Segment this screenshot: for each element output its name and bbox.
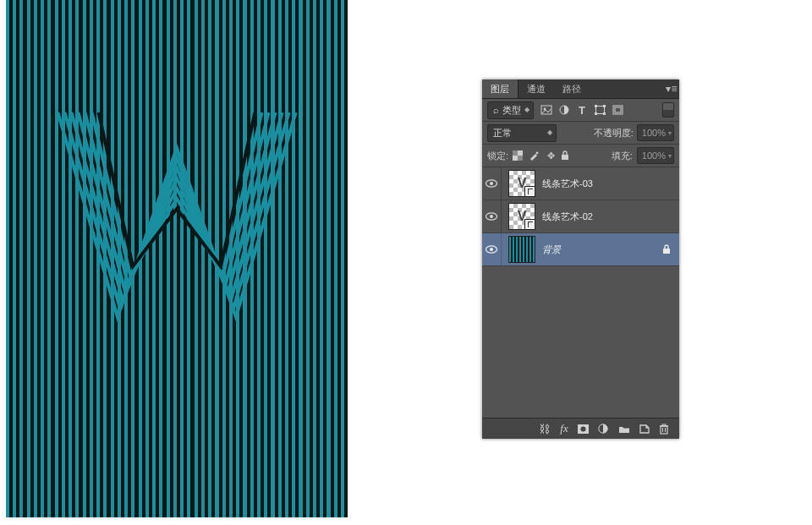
svg-point-18 — [490, 215, 493, 218]
visibility-toggle[interactable] — [482, 200, 502, 232]
fill-label: 填充: — [612, 150, 633, 162]
layer-row[interactable]: 背景 — [482, 233, 679, 266]
filter-type-text-icon[interactable]: T — [574, 103, 590, 117]
svg-point-20 — [490, 248, 493, 251]
filter-adjust-icon[interactable] — [557, 103, 572, 117]
new-layer-icon[interactable] — [639, 424, 652, 434]
layer-filter-row: ⌕ 类型 ◆ T — [482, 99, 679, 122]
tab-channels[interactable]: 通道 — [518, 79, 554, 98]
lock-icon-group: ✥ — [513, 150, 573, 161]
filter-toggle-switch[interactable] — [662, 102, 674, 118]
search-icon: ⌕ — [493, 105, 499, 115]
chevron-down-icon: ◆ — [547, 129, 552, 136]
svg-rect-7 — [603, 112, 606, 115]
tab-paths[interactable]: 路径 — [554, 79, 590, 98]
delete-layer-icon[interactable] — [659, 424, 672, 435]
layers-list: 线条艺术-03 线条艺术-02 背景 — [482, 167, 679, 418]
opacity-label: 不透明度: — [594, 127, 634, 139]
visibility-toggle[interactable] — [482, 167, 502, 200]
layer-style-icon[interactable]: fx — [557, 422, 571, 435]
layer-name[interactable]: 背景 — [542, 243, 662, 256]
blend-mode-value: 正常 — [493, 127, 512, 139]
layers-bottom-toolbar: ⛓ fx — [482, 418, 679, 439]
layer-mask-icon[interactable] — [578, 424, 591, 434]
layer-name[interactable]: 线条艺术-03 — [542, 178, 674, 190]
svg-point-13 — [536, 151, 539, 154]
layer-group-icon[interactable] — [618, 424, 632, 434]
svg-point-16 — [490, 182, 493, 185]
panel-tab-bar: 图层 通道 路径 ▾≡ — [482, 79, 679, 99]
svg-rect-14 — [562, 155, 568, 160]
smart-object-badge-icon — [524, 219, 535, 230]
filter-smart-icon[interactable] — [610, 103, 625, 117]
svg-point-23 — [581, 426, 586, 431]
link-layers-icon[interactable]: ⛓ — [537, 423, 551, 435]
layers-panel: 图层 通道 路径 ▾≡ ⌕ 类型 ◆ T — [482, 79, 679, 439]
filter-type-icons: T — [539, 103, 625, 117]
layer-thumbnail[interactable] — [508, 236, 535, 263]
lock-all-icon[interactable] — [561, 150, 573, 161]
visibility-toggle[interactable] — [482, 233, 502, 265]
lock-fill-row: 锁定: ✥ 填充: 100% ▾ — [482, 145, 679, 167]
opacity-value: 100% — [642, 128, 666, 138]
layer-row[interactable]: 线条艺术-02 — [482, 200, 679, 233]
fill-value: 100% — [642, 150, 666, 161]
svg-rect-25 — [661, 426, 667, 434]
filter-kind-label: 类型 — [502, 104, 521, 117]
blend-mode-dropdown[interactable]: 正常 ◆ — [487, 124, 557, 142]
layer-name[interactable]: 线条艺术-02 — [542, 211, 674, 223]
tab-layers[interactable]: 图层 — [482, 79, 518, 98]
panel-menu-icon[interactable]: ▾≡ — [664, 83, 679, 95]
svg-rect-4 — [595, 105, 597, 107]
layer-row[interactable]: 线条艺术-03 — [482, 167, 679, 200]
fill-input[interactable]: 100% ▾ — [637, 147, 674, 164]
filter-pixel-icon[interactable] — [539, 103, 554, 117]
lock-transparency-icon[interactable] — [513, 150, 524, 161]
smart-object-badge-icon — [524, 186, 535, 197]
blend-opacity-row: 正常 ◆ 不透明度: 100% ▾ — [482, 122, 679, 145]
chevron-down-icon: ◆ — [524, 107, 529, 113]
layer-thumbnail[interactable] — [508, 170, 535, 197]
svg-rect-5 — [603, 105, 606, 107]
lock-position-icon[interactable]: ✥ — [545, 150, 557, 161]
chevron-down-icon: ▾ — [668, 129, 672, 137]
lock-indicator-icon — [662, 244, 674, 254]
lock-paint-icon[interactable] — [529, 150, 540, 161]
filter-kind-dropdown[interactable]: ⌕ 类型 ◆ — [487, 101, 534, 119]
svg-rect-12 — [518, 156, 523, 161]
svg-rect-11 — [513, 150, 518, 156]
lock-label: 锁定: — [487, 150, 508, 162]
svg-rect-6 — [595, 112, 597, 115]
svg-rect-21 — [663, 249, 670, 254]
letter-w-artwork — [50, 106, 304, 325]
opacity-input[interactable]: 100% ▾ — [637, 124, 674, 141]
adjustment-layer-icon[interactable] — [598, 424, 612, 434]
chevron-down-icon: ▾ — [668, 152, 672, 160]
filter-shape-icon[interactable] — [592, 103, 607, 117]
layer-thumbnail[interactable] — [508, 203, 535, 230]
document-canvas[interactable] — [6, 0, 348, 517]
svg-rect-29 — [662, 424, 666, 426]
svg-rect-9 — [615, 107, 621, 112]
